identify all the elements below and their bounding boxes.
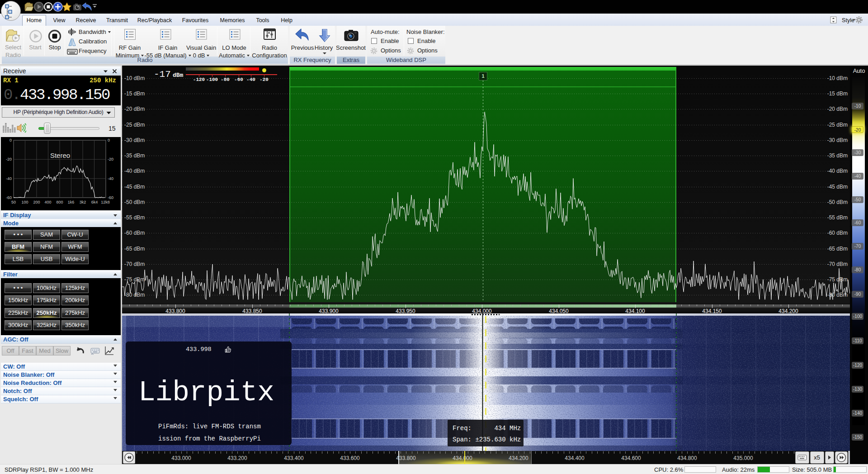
svg-text:50: 50 — [11, 200, 16, 204]
svg-text:200: 200 — [33, 200, 40, 204]
svg-text:800: 800 — [56, 200, 63, 204]
svg-text:-60: -60 — [108, 195, 113, 200]
svg-text:1k6: 1k6 — [68, 200, 75, 204]
svg-text:100: 100 — [21, 200, 28, 204]
svg-text:3k2: 3k2 — [80, 200, 86, 204]
svg-text:0: 0 — [108, 138, 110, 142]
svg-text:0: 0 — [9, 138, 12, 142]
svg-text:400: 400 — [44, 200, 51, 204]
svg-text:-60: -60 — [6, 195, 12, 200]
svg-text:x5: x5 — [814, 454, 820, 461]
svg-text:-20: -20 — [6, 157, 12, 161]
svg-text:-40: -40 — [6, 176, 12, 181]
svg-text:6k4: 6k4 — [91, 200, 98, 204]
svg-text:-20: -20 — [108, 157, 113, 161]
svg-text:Stereo: Stereo — [50, 152, 70, 159]
svg-text:12k8: 12k8 — [101, 200, 110, 204]
svg-text:-40: -40 — [108, 176, 113, 181]
